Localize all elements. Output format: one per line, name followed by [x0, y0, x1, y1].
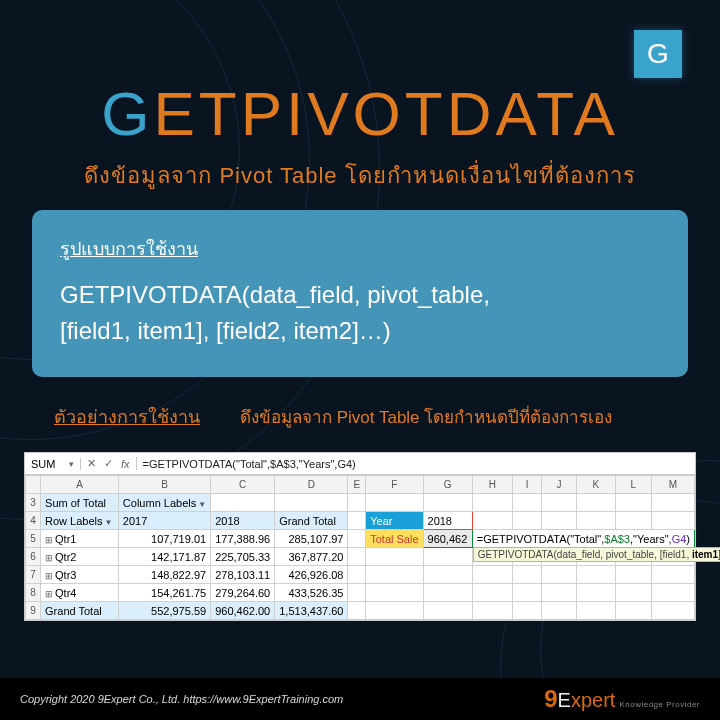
example-label: ตัวอย่างการใช้งาน: [54, 402, 200, 431]
usage-syntax: GETPIVOTDATA(data_field, pivot_table, [f…: [60, 277, 660, 349]
title-rest: ETPIVOTDATA: [153, 79, 618, 148]
cancel-icon[interactable]: ✕: [87, 457, 96, 470]
formula-controls: ✕ ✓ fx: [81, 457, 137, 470]
example-desc: ดึงข้อมูลจาก Pivot Table โดยกำหนดปีที่ต้…: [240, 403, 612, 430]
copyright-text: Copyright 2020 9Expert Co., Ltd. https:/…: [20, 693, 343, 705]
enter-icon[interactable]: ✓: [104, 457, 113, 470]
logo-badge: G: [634, 30, 682, 78]
usage-panel: รูปแบบการใช้งาน GETPIVOTDATA(data_field,…: [32, 210, 688, 377]
name-box[interactable]: SUM▾: [25, 458, 81, 470]
formula-tooltip: GETPIVOTDATA(data_field, pivot_table, [f…: [473, 547, 720, 562]
footer: Copyright 2020 9Expert Co., Ltd. https:/…: [0, 678, 720, 720]
page-subtitle: ดึงข้อมูลจาก Pivot Table โดยกำหนดเงื่อนไ…: [0, 158, 720, 193]
formula-bar: SUM▾ ✕ ✓ fx =GETPIVOTDATA("Total",$A$3,"…: [25, 453, 695, 475]
title-accent: G: [101, 79, 153, 148]
spreadsheet-grid[interactable]: A B C D E F G H I J K L M 3 Sum of Total…: [25, 475, 695, 620]
formula-input[interactable]: =GETPIVOTDATA("Total",$A$3,"Years",G4): [137, 458, 695, 470]
page-title: GETPIVOTDATA: [0, 78, 720, 149]
usage-label: รูปแบบการใช้งาน: [60, 234, 660, 263]
example-row: ตัวอย่างการใช้งาน ดึงข้อมูลจาก Pivot Tab…: [54, 402, 680, 431]
dropdown-icon[interactable]: ▾: [69, 459, 74, 469]
brand-logo: 9Expert Knowledge Provider: [544, 685, 700, 713]
excel-screenshot: SUM▾ ✕ ✓ fx =GETPIVOTDATA("Total",$A$3,"…: [24, 452, 696, 621]
fx-icon[interactable]: fx: [121, 458, 130, 470]
